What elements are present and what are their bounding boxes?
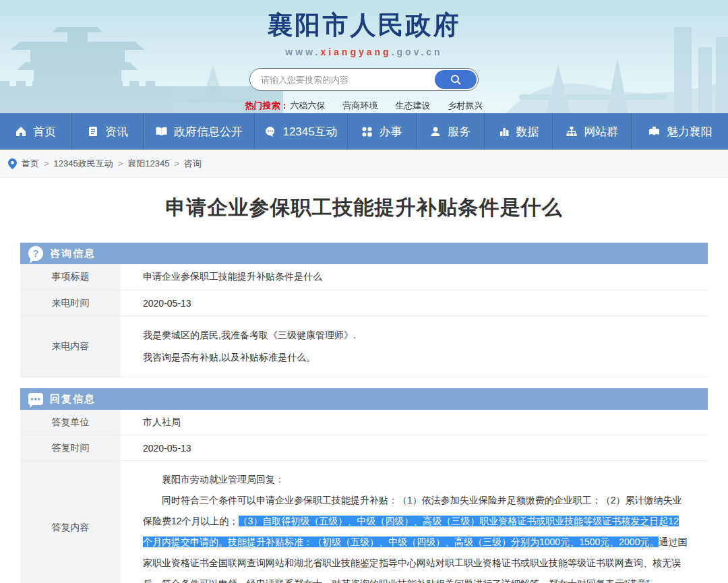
hot-search: 热门搜索： 六稳六保 营商环境 生态建设 乡村振兴 [189,100,539,112]
row-label: 来电内容 [20,316,123,377]
nav-item-label: 网站群 [584,124,618,140]
breadcrumb: 首页 > 12345政民互动 > 襄阳12345 > 咨询 [0,150,728,178]
home-icon [15,125,27,137]
question-bubble-icon: ? [28,246,43,261]
table-row: 来电时间 2020-05-13 [20,290,708,316]
breadcrumb-separator: > [44,158,49,168]
nav-item-label: 数据 [516,124,539,140]
nav-item-label: 魅力襄阳 [667,124,712,140]
nav-item-data[interactable]: 数据 [485,113,553,150]
open-book-icon [155,125,168,137]
breadcrumb-item-interaction[interactable]: 12345政民互动 [54,158,113,170]
nav-item-label: 办事 [379,124,402,140]
row-value: 2020-05-13 [123,290,708,315]
charm-icon [648,125,661,137]
table-row: 来电内容 我是樊城区的居民,我准备考取《三级健康管理师》. 我咨询是否有补贴,以… [20,316,708,377]
nav-item-gov-info[interactable]: 政府信息公开 [144,113,255,150]
site-url-www: www. [285,47,320,57]
breadcrumb-separator: > [175,158,180,168]
location-pin-icon [8,158,17,169]
nav-item-services[interactable]: 服务 [417,113,485,150]
table-row: 答复单位 市人社局 [20,410,708,435]
reply-section: ••• 回复信息 答复单位 市人社局 答复时间 2020-05-13 答复内容 … [20,388,708,583]
row-value: 我是樊城区的居民,我准备考取《三级健康管理师》. 我咨询是否有补贴,以及补贴标准… [123,316,708,377]
row-label: 答复内容 [20,461,123,583]
search-icon [450,73,462,86]
call-content-line: 我是樊城区的居民,我准备考取《三级健康管理师》. [143,324,688,346]
consult-section-title: 咨询信息 [50,247,96,260]
table-row: 答复内容 襄阳市劳动就业管理局回复： 同时符合三个条件可以申请企业参保职工技能提… [20,461,708,583]
bar-chart-icon [498,125,510,137]
row-label: 来电时间 [20,290,123,315]
consult-section: ? 咨询信息 事项标题 申请企业参保职工技能提升补贴条件是什么 来电时间 202… [20,243,708,377]
reply-bubble-icon: ••• [28,393,43,405]
call-content-line: 我咨询是否有补贴,以及补贴标准是什么。 [143,346,688,369]
grid-icon [361,126,373,137]
nav-item-home[interactable]: 首页 [0,113,72,150]
search-button[interactable] [435,70,477,89]
hot-search-link[interactable]: 生态建设 [396,100,431,112]
nav-item-label: 政府信息公开 [174,124,243,140]
breadcrumb-item-home[interactable]: 首页 [22,158,39,170]
search-bar [249,68,479,91]
nav-item-affairs[interactable]: 办事 [348,113,416,150]
reply-paragraph: 同时符合三个条件可以申请企业参保职工技能提升补贴：（1）依法参加失业保险并足额缴… [143,490,688,583]
nav-item-site-group[interactable]: 网站群 [553,113,632,150]
consult-table: 事项标题 申请企业参保职工技能提升补贴条件是什么 来电时间 2020-05-13… [20,264,708,377]
nav-item-label: 服务 [448,124,471,140]
row-label: 答复单位 [20,410,123,435]
sitemap-icon [566,125,578,137]
row-label: 事项标题 [20,264,123,290]
site-title: 襄阳市人民政府 [189,8,539,42]
hot-search-label: 热门搜索： [245,100,289,112]
reply-section-title: 回复信息 [50,393,96,406]
row-label: 答复时间 [20,435,123,460]
reply-content: 襄阳市劳动就业管理局回复： 同时符合三个条件可以申请企业参保职工技能提升补贴：（… [123,461,708,583]
main-nav: 首页 资讯 政府信息公开 12345互动 办事 服务 数据 网站群 魅力襄阳 [0,113,728,150]
person-icon [429,125,442,137]
reply-paragraph: 襄阳市劳动就业管理局回复： [143,469,688,490]
nav-item-label: 12345互动 [282,124,337,140]
hot-search-link[interactable]: 乡村振兴 [448,100,483,112]
row-value: 市人社局 [123,410,708,435]
hot-search-link[interactable]: 六稳六保 [291,100,326,112]
site-url: www.xiangyang.gov.cn [189,47,539,57]
hot-search-link[interactable]: 营商环境 [343,100,378,112]
row-value: 申请企业参保职工技能提升补贴条件是什么 [123,264,708,290]
site-url-suffix: .gov.cn [392,47,443,57]
nav-item-charming-xiangyang[interactable]: 魅力襄阳 [632,113,728,150]
chat-bubble-icon [264,125,276,137]
nav-item-news[interactable]: 资讯 [72,113,144,150]
page-title: 申请企业参保职工技能提升补贴条件是什么 [20,195,708,220]
consult-section-header: ? 咨询信息 [20,243,708,264]
news-icon [87,125,99,137]
reply-section-header: ••• 回复信息 [20,388,708,410]
row-value: 2020-05-13 [123,435,708,460]
main-content: 申请企业参保职工技能提升补贴条件是什么 ? 咨询信息 事项标题 申请企业参保职工… [0,178,728,583]
breadcrumb-separator: > [118,158,123,168]
nav-item-12345[interactable]: 12345互动 [255,113,348,150]
table-row: 事项标题 申请企业参保职工技能提升补贴条件是什么 [20,264,708,290]
table-row: 答复时间 2020-05-13 [20,435,708,461]
nav-item-label: 资讯 [105,124,128,140]
breadcrumb-item-12345[interactable]: 襄阳12345 [127,158,169,170]
site-header: 襄阳市人民政府 www.xiangyang.gov.cn 热门搜索： 六稳六保 … [0,0,728,113]
site-url-domain: xiangyang [320,47,391,57]
breadcrumb-item-current: 咨询 [184,158,202,170]
reply-table: 答复单位 市人社局 答复时间 2020-05-13 答复内容 襄阳市劳动就业管理… [20,410,708,583]
nav-item-label: 首页 [33,124,56,140]
